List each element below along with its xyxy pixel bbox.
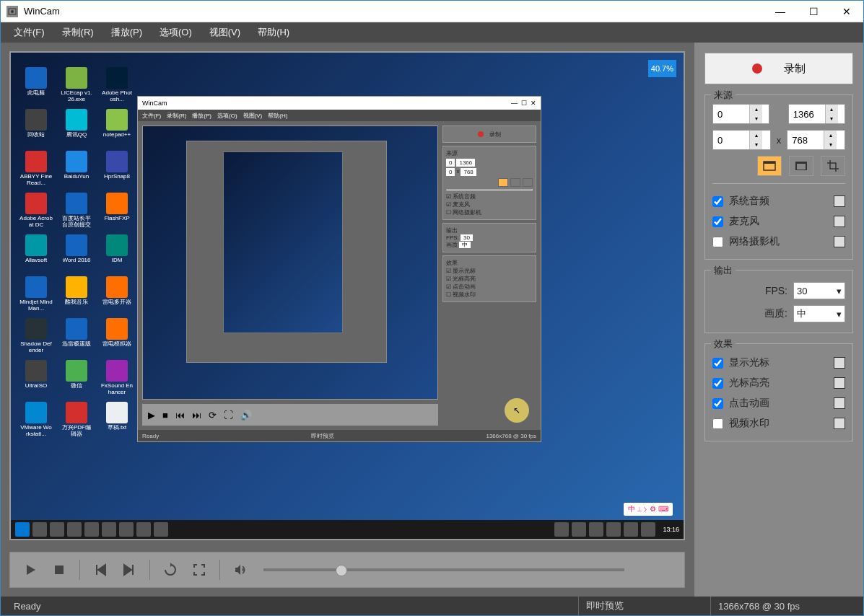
record-button[interactable]: 录制 — [704, 53, 853, 84]
volume-button[interactable] — [229, 558, 252, 581]
watermark-label: 视频水印 — [729, 417, 769, 430]
record-icon — [752, 63, 762, 74]
minimize-button[interactable]: — — [764, 1, 797, 22]
webcam-checkbox[interactable] — [712, 237, 723, 247]
show-cursor-checkbox[interactable] — [712, 358, 723, 369]
desktop-icon: Allavsoft — [19, 234, 53, 272]
source-y2-input[interactable] — [787, 135, 824, 146]
desktop-icons-grid: 此电脑LICEcap v1.26.exeAdobe Photosh...回收站腾… — [19, 67, 136, 439]
desktop-icon: BaiduYun — [60, 151, 93, 188]
desktop-icon: 此电脑 — [19, 67, 53, 105]
menu-play[interactable]: 播放(P) — [102, 23, 151, 42]
nested-title: WinCam — [142, 100, 167, 107]
statusbar: Ready 即时预览 1366x768 @ 30 fps — [1, 597, 863, 615]
window-title: WinCam — [24, 6, 764, 17]
nested-wincam-window: WinCam — ☐ ✕ 文件(F)录制(R)播放(P)选项(O)视图(V)帮助… — [137, 96, 541, 442]
desktop-icon: LICEcap v1.26.exe — [60, 67, 93, 105]
desktop-icon: HprSnap8 — [100, 151, 134, 188]
desktop-icon: Mindjet MindMan... — [19, 276, 53, 314]
cursor-highlight-label: 光标高亮 — [729, 377, 769, 390]
mode-fullscreen-button[interactable] — [757, 156, 782, 176]
preview-area[interactable]: 40.7% 此电脑LICEcap v1.26.exeAdobe Photosh.… — [9, 51, 685, 540]
desktop-icon: 酷我音乐 — [60, 276, 93, 314]
microphone-checkbox[interactable] — [712, 216, 723, 227]
source-y1[interactable]: ▴▾ — [712, 130, 771, 150]
spin-up[interactable]: ▴ — [749, 105, 762, 114]
desktop-icon: 万兴PDF编辑器 — [60, 402, 93, 439]
fullscreen-button[interactable] — [188, 558, 211, 581]
mode-crop-button[interactable] — [821, 156, 845, 176]
close-button[interactable]: ✕ — [830, 1, 863, 22]
source-y1-input[interactable] — [713, 135, 749, 146]
watermark-checkbox[interactable] — [712, 418, 723, 429]
spin-down[interactable]: ▾ — [749, 114, 762, 123]
nested-menubar: 文件(F)录制(R)播放(P)选项(O)视图(V)帮助(H) — [138, 110, 541, 121]
desktop-icon: 雷电多开器 — [100, 276, 134, 314]
volume-slider[interactable] — [263, 568, 624, 571]
app-window: WinCam — ☐ ✕ 文件(F) 录制(R) 播放(P) 选项(O) 视图(… — [0, 0, 864, 616]
system-audio-label: 系统音频 — [729, 195, 769, 208]
webcam-settings[interactable] — [834, 236, 845, 247]
status-ready: Ready — [6, 597, 48, 615]
system-audio-settings[interactable] — [834, 195, 845, 207]
source-y2[interactable]: ▴▾ — [787, 130, 845, 150]
maximize-button[interactable]: ☐ — [797, 1, 830, 22]
nested-output-legend: 输出 — [446, 226, 533, 234]
output-group: 输出 FPS: 30▾ 画质: 中▾ — [704, 270, 853, 333]
desktop-icon: Adobe Photosh... — [100, 67, 134, 105]
system-audio-checkbox[interactable] — [712, 196, 723, 207]
desktop-icon: ABBYY FineRead... — [19, 151, 53, 188]
svg-point-1 — [11, 10, 14, 13]
desktop-icon: 微信 — [60, 360, 93, 397]
right-panel: 录制 来源 ▴▾ ▴▾ — [694, 43, 863, 597]
mode-window-button[interactable] — [789, 156, 813, 176]
click-anim-checkbox[interactable] — [712, 398, 723, 409]
system-audio-row: 系统音频 — [712, 191, 845, 211]
menu-help[interactable]: 帮助(H) — [249, 23, 298, 42]
watermark-settings[interactable] — [834, 418, 845, 429]
nested-record-label: 录制 — [489, 131, 501, 138]
source-legend: 来源 — [711, 89, 736, 102]
source-x1-input[interactable] — [713, 109, 749, 120]
zoom-badge: 40.7% — [648, 60, 676, 77]
quality-select[interactable]: 中▾ — [793, 305, 845, 322]
menu-options[interactable]: 选项(O) — [151, 23, 201, 42]
record-label: 录制 — [784, 62, 806, 76]
play-button[interactable] — [19, 558, 42, 581]
ime-toolbar: 中 ⟂ ⟩ ⚙ ⌨ — [624, 503, 673, 516]
webcam-label: 网络摄影机 — [729, 235, 780, 248]
player-bar — [9, 552, 685, 588]
menu-file[interactable]: 文件(F) — [5, 23, 53, 42]
desktop-icon: FxSound Enhancer — [100, 360, 134, 397]
desktop-icon: Shadow Defender — [19, 318, 53, 356]
desktop-icon: Word 2016 — [60, 234, 93, 272]
show-cursor-label: 显示光标 — [729, 356, 769, 369]
titlebar: WinCam — ☐ ✕ — [1, 1, 863, 22]
desktop-icon: 雷电模拟器 — [100, 318, 134, 356]
microphone-settings[interactable] — [834, 216, 845, 227]
menubar: 文件(F) 录制(R) 播放(P) 选项(O) 视图(V) 帮助(H) — [1, 22, 863, 43]
desktop-preview: 40.7% 此电脑LICEcap v1.26.exeAdobe Photosh.… — [11, 53, 684, 539]
nested-body: ▶■⏮⏭⟳⛶🔊 录制 来源 — [138, 121, 541, 430]
output-legend: 输出 — [711, 264, 736, 277]
source-x2-input[interactable] — [789, 109, 825, 120]
nested-right-panel: 录制 来源 0 1366 0x — [442, 126, 536, 426]
menu-view[interactable]: 视图(V) — [201, 23, 249, 42]
click-anim-settings[interactable] — [834, 397, 845, 409]
show-cursor-settings[interactable] — [834, 357, 845, 369]
menu-record[interactable]: 录制(R) — [53, 23, 102, 42]
svg-rect-2 — [55, 566, 64, 574]
fps-select[interactable]: 30▾ — [793, 282, 845, 299]
source-x2[interactable]: ▴▾ — [788, 104, 845, 124]
next-button[interactable] — [118, 558, 141, 581]
stop-button[interactable] — [48, 558, 71, 581]
desktop-icon: 回收站 — [19, 109, 53, 146]
cursor-highlight-settings[interactable] — [834, 377, 845, 389]
loop-button[interactable] — [159, 558, 182, 581]
desktop-icon: UltraISO — [19, 360, 53, 397]
desktop-icon: notepad++ — [100, 109, 134, 146]
prev-button[interactable] — [89, 558, 112, 581]
svg-rect-6 — [797, 164, 806, 170]
cursor-highlight-checkbox[interactable] — [712, 378, 723, 389]
source-x1[interactable]: ▴▾ — [712, 104, 769, 124]
